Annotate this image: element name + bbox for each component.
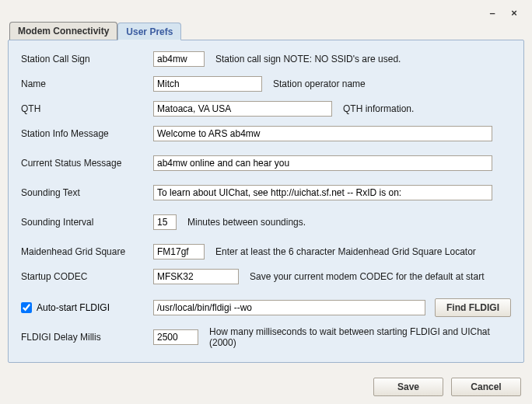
station-info-input[interactable] xyxy=(153,126,492,141)
autostart-checkbox[interactable] xyxy=(21,302,32,313)
name-input[interactable] xyxy=(153,76,262,92)
name-label: Name xyxy=(21,78,153,89)
titlebar: – × xyxy=(8,5,524,20)
autostart-checkbox-label[interactable]: Auto-start FLDIGI xyxy=(21,302,153,313)
delay-input[interactable] xyxy=(153,329,198,345)
delay-label: FLDIGI Delay Millis xyxy=(21,332,153,343)
save-button[interactable]: Save xyxy=(373,378,443,396)
delay-hint: How many milliseconds to wait between st… xyxy=(209,326,511,348)
autostart-label-text: Auto-start FLDIGI xyxy=(37,302,110,313)
grid-square-label: Maidenhead Grid Square xyxy=(21,246,153,257)
tab-user-prefs[interactable]: User Prefs xyxy=(117,23,181,40)
qth-input[interactable] xyxy=(153,101,332,117)
qth-hint: QTH information. xyxy=(343,103,414,114)
sounding-interval-label: Sounding Interval xyxy=(21,217,153,228)
name-hint: Station operator name xyxy=(273,78,366,89)
status-msg-label: Current Status Message xyxy=(21,158,153,169)
call-sign-input[interactable] xyxy=(153,51,205,67)
status-msg-input[interactable] xyxy=(153,155,492,171)
close-button[interactable]: × xyxy=(509,7,520,19)
cancel-button[interactable]: Cancel xyxy=(451,378,521,396)
tab-modem-connectivity[interactable]: Modem Connectivity xyxy=(9,22,117,40)
station-info-label: Station Info Message xyxy=(21,128,153,139)
user-prefs-panel: Station Call Sign Station call sign NOTE… xyxy=(8,40,524,363)
qth-label: QTH xyxy=(21,103,153,114)
call-sign-hint: Station call sign NOTE: NO SSID's are us… xyxy=(215,54,401,64)
codec-hint: Save your current modem CODEC for the de… xyxy=(250,271,484,282)
minimize-button[interactable]: – xyxy=(487,7,498,19)
call-sign-label: Station Call Sign xyxy=(21,54,153,64)
sounding-text-label: Sounding Text xyxy=(21,187,153,198)
autostart-path-input[interactable] xyxy=(153,300,425,315)
sounding-interval-hint: Minutes between soundings. xyxy=(187,217,306,228)
sounding-text-input[interactable] xyxy=(153,185,492,200)
codec-input[interactable] xyxy=(153,269,239,284)
sounding-interval-input[interactable] xyxy=(153,214,177,230)
grid-square-input[interactable] xyxy=(153,244,205,259)
grid-square-hint: Enter at least the 6 character Maidenhea… xyxy=(215,246,476,257)
codec-label: Startup CODEC xyxy=(21,271,153,282)
find-fldigi-button[interactable]: Find FLDIGI xyxy=(435,298,511,317)
tab-strip: Modem Connectivity User Prefs xyxy=(9,22,524,40)
